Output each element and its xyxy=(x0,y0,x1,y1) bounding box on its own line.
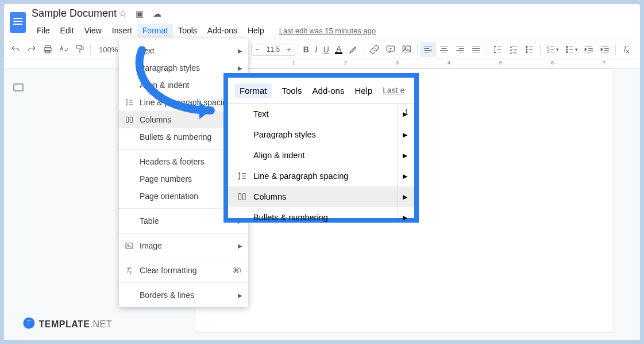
ruler-tick: 2 xyxy=(344,60,347,66)
callout-item-columns[interactable]: Columns▶ xyxy=(228,186,414,207)
menu-edit[interactable]: Edit xyxy=(55,24,79,37)
last-edit-link[interactable]: Last edit was 15 minutes ago xyxy=(274,24,381,37)
columns-icon xyxy=(236,191,248,202)
toolbar: 100% ▼ − 11.5 + B I U A 123▾ ▾ xyxy=(4,40,640,59)
menu-item-text[interactable]: Text▶ xyxy=(119,42,248,59)
svg-point-7 xyxy=(526,46,527,47)
undo-icon[interactable] xyxy=(7,42,24,57)
redo-icon[interactable] xyxy=(24,42,40,57)
menu-help[interactable]: Help xyxy=(242,24,269,37)
callout-zoom: Format Tools Add-ons Help Last e Text▶ P… xyxy=(223,73,419,223)
shortcut-label: ⌘\ xyxy=(233,266,241,274)
svg-text:3: 3 xyxy=(547,50,549,53)
callout-menubar: Format Tools Add-ons Help Last e xyxy=(228,78,414,103)
text-color-button[interactable]: A xyxy=(332,43,345,56)
insert-image-icon[interactable] xyxy=(399,42,415,57)
align-left-icon[interactable] xyxy=(420,42,436,57)
cloud-icon[interactable]: ☁ xyxy=(153,9,161,19)
svg-rect-3 xyxy=(76,45,82,48)
callout-last-edit[interactable]: Last e xyxy=(383,86,404,95)
align-right-icon[interactable] xyxy=(452,42,468,57)
menubar: File Edit View Insert Format Tools Add-o… xyxy=(32,24,381,37)
callout-item-line-spacing[interactable]: Line & paragraph spacing▶ xyxy=(228,166,414,186)
star-icon[interactable]: ☆ xyxy=(119,9,126,19)
callout-item-align-indent[interactable]: Align & indent▶ xyxy=(228,145,414,166)
clear-formatting-icon xyxy=(125,266,134,275)
italic-button[interactable]: I xyxy=(312,43,321,57)
ruler-tick: 7 xyxy=(603,60,606,66)
ruler-tick: 5 xyxy=(499,60,502,66)
svg-point-9 xyxy=(526,51,527,52)
svg-rect-2 xyxy=(45,51,50,53)
image-icon xyxy=(125,241,134,250)
indent-inc-icon[interactable] xyxy=(597,42,613,57)
columns-icon xyxy=(125,115,134,124)
ruler-tick: 1 xyxy=(292,60,295,66)
checklist-icon[interactable] xyxy=(506,42,522,57)
menu-addons[interactable]: Add-ons xyxy=(202,24,242,37)
submenu-arrow-icon: ▶ xyxy=(238,292,242,299)
watermark-brand: TEMPLATE xyxy=(39,319,90,329)
svg-point-8 xyxy=(526,49,527,50)
callout-right-strip: 1 xyxy=(398,103,415,218)
bullet-list-dd-icon[interactable]: ▾ xyxy=(562,42,581,57)
font-size-box[interactable]: − 11.5 + xyxy=(251,44,295,56)
ruler-tick: 6 xyxy=(551,60,554,66)
docs-logo[interactable] xyxy=(10,12,26,33)
callout-item-bullets-numbering[interactable]: Bullets & numbering▶ xyxy=(228,207,414,228)
callout-menu-help[interactable]: Help xyxy=(354,86,372,95)
menu-view[interactable]: View xyxy=(79,24,107,37)
numbered-list-icon[interactable]: 123▾ xyxy=(543,42,562,57)
menu-insert[interactable]: Insert xyxy=(107,24,137,37)
move-icon[interactable]: ▣ xyxy=(136,9,144,19)
callout-menu-tools[interactable]: Tools xyxy=(282,86,302,95)
callout-menu-addons[interactable]: Add-ons xyxy=(313,86,345,95)
ruler: 1 2 3 4 5 6 7 xyxy=(4,59,640,68)
menu-item-clear-formatting[interactable]: Clear formatting⌘\ xyxy=(119,262,248,279)
add-comment-icon[interactable] xyxy=(383,42,399,57)
submenu-arrow-icon: ▶ xyxy=(238,65,242,71)
bullet-list-icon[interactable] xyxy=(522,42,538,57)
clear-format-icon[interactable] xyxy=(618,42,634,57)
callout-menu-format[interactable]: Format xyxy=(235,83,272,98)
menu-item-image[interactable]: Image▶ xyxy=(119,237,248,254)
bold-button[interactable]: B xyxy=(300,43,312,56)
paint-format-icon[interactable] xyxy=(72,42,88,57)
watermark-logo-icon: 🅣 xyxy=(24,318,36,331)
ruler-tick: 4 xyxy=(448,60,450,66)
svg-point-13 xyxy=(566,46,568,47)
svg-point-15 xyxy=(566,51,568,52)
indent-dec-icon[interactable] xyxy=(581,42,597,57)
spellcheck-icon[interactable] xyxy=(56,42,72,57)
insert-link-icon[interactable] xyxy=(367,42,383,57)
submenu-arrow-icon: ▶ xyxy=(238,243,242,249)
font-size-value[interactable]: 11.5 xyxy=(263,44,283,55)
ruler-tick: 3 xyxy=(396,60,399,66)
align-center-icon[interactable] xyxy=(436,42,452,57)
align-justify-icon[interactable] xyxy=(468,42,484,57)
print-icon[interactable] xyxy=(40,42,56,57)
submenu-arrow-icon: ▶ xyxy=(238,48,242,54)
svg-point-14 xyxy=(566,49,568,50)
outline-toggle-icon[interactable] xyxy=(13,83,24,91)
watermark-suffix: .NET xyxy=(90,319,112,329)
line-spacing-icon xyxy=(125,98,134,107)
menu-item-borders-lines[interactable]: Borders & lines▶ xyxy=(119,286,248,304)
menu-format[interactable]: Format xyxy=(137,24,173,37)
doc-title[interactable]: Sample Document xyxy=(32,7,117,20)
callout-item-paragraph-styles[interactable]: Paragraph styles▶ xyxy=(228,124,414,145)
menu-file[interactable]: File xyxy=(32,24,55,37)
highlight-button[interactable] xyxy=(345,42,361,57)
watermark: 🅣 TEMPLATE.NET xyxy=(24,318,112,331)
line-spacing-icon[interactable] xyxy=(489,42,506,57)
font-size-dec[interactable]: − xyxy=(252,44,263,55)
menu-tools[interactable]: Tools xyxy=(173,24,202,37)
font-size-inc[interactable]: + xyxy=(283,44,295,55)
underline-button[interactable]: U xyxy=(321,43,332,56)
callout-item-text[interactable]: Text▶ xyxy=(228,104,414,124)
line-spacing-icon xyxy=(236,170,248,182)
